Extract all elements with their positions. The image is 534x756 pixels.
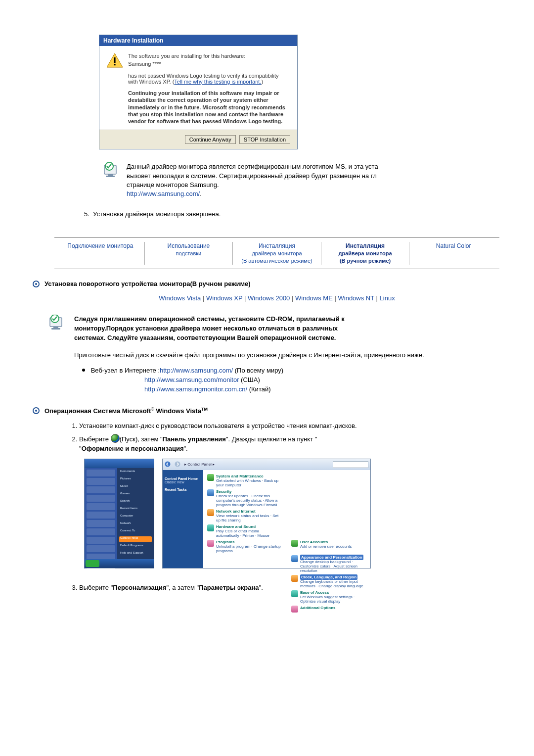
os-links-row: Windows Vista | Windows XP | Windows 200… xyxy=(54,294,499,302)
link-windows-me[interactable]: Windows ME xyxy=(295,294,333,302)
screenshot-start-menu: DocumentsPicturesMusicGamesSearchRecent … xyxy=(84,459,154,568)
bullet-dot-icon xyxy=(82,369,85,372)
forward-icon xyxy=(175,461,180,468)
vista-steps-list: Установите компакт-диск с руководством п… xyxy=(79,422,499,454)
bullet-icon xyxy=(33,407,40,414)
ctrl-panel-appearance-item[interactable]: Appearance and PersonalizationChange des… xyxy=(291,555,366,573)
link-windows-2000[interactable]: Windows 2000 xyxy=(248,294,290,302)
monitor-checkmark-icon xyxy=(49,315,74,343)
vista-screenshots: DocumentsPicturesMusicGamesSearchRecent … xyxy=(84,459,499,568)
warning-icon xyxy=(106,53,123,68)
tab-connect-monitor[interactable]: Подключение монитора xyxy=(56,242,145,265)
samsung-link[interactable]: http://www.samsung.com/ xyxy=(127,190,200,197)
web-link-row: Веб-узел в Интернете :http://www.samsung… xyxy=(82,367,499,374)
svg-rect-2 xyxy=(114,64,115,65)
certification-note: Данный драйвер монитора является сертифи… xyxy=(127,162,499,198)
back-icon xyxy=(165,461,171,468)
link-windows-nt[interactable]: Windows NT xyxy=(338,294,374,302)
svg-rect-1 xyxy=(114,57,115,63)
step-3: Выберите "Персонализация", а затем "Пара… xyxy=(79,583,499,593)
continue-anyway-button[interactable]: Continue Anyway xyxy=(185,135,236,144)
svg-rect-10 xyxy=(53,327,58,328)
svg-point-8 xyxy=(35,283,37,285)
step-5: 5. Установка драйвера монитора завершена… xyxy=(84,210,499,218)
search-input[interactable] xyxy=(333,461,368,468)
section-heading-windows-vista: Операционная Система Microsoft® Windows … xyxy=(33,407,499,415)
dialog-title: Hardware Installation xyxy=(99,35,297,46)
start-orb-icon xyxy=(111,434,120,443)
tell-me-why-link[interactable]: Tell me why this testing is important. xyxy=(174,79,261,85)
step-1: Установите компакт-диск с руководством п… xyxy=(79,422,499,431)
link-samsung-us[interactable]: http://www.samsung.com/monitor xyxy=(144,376,239,383)
link-samsung-cn[interactable]: http://www.samsungmonitor.com.cn/ xyxy=(144,385,247,393)
svg-point-16 xyxy=(175,461,180,467)
section-tabs: Подключение монитора Использованиеподста… xyxy=(54,237,499,269)
tab-use-stand[interactable]: Использованиеподставки xyxy=(145,242,233,265)
link-samsung-world[interactable]: http://www.samsung.com/ xyxy=(160,367,233,374)
monitor-checkmark-icon xyxy=(104,162,124,198)
tab-install-auto[interactable]: Инсталляциядрайвера монитора(В автоматич… xyxy=(233,242,321,265)
prepare-disk-note: Приготовьте чистый диск и скачайте файл … xyxy=(74,351,499,360)
svg-point-15 xyxy=(165,461,171,467)
dialog-text: The software you are installing for this… xyxy=(128,53,289,125)
cd-instruction: Следуя приглашениям операционной системы… xyxy=(74,315,345,343)
svg-point-14 xyxy=(35,410,37,412)
ctrl-panel-appearance-item[interactable]: Clock, Language, and RegionChange keyboa… xyxy=(291,575,366,588)
start-button-icon xyxy=(86,560,99,567)
hardware-installation-dialog: Hardware Installation The software you a… xyxy=(99,35,298,149)
screenshot-control-panel: ▸ Control Panel ▸ Control Panel HomeClas… xyxy=(162,459,371,568)
svg-rect-5 xyxy=(106,176,115,177)
section-heading-manual-install: Установка поворотного устройства монитор… xyxy=(33,280,499,287)
tab-natural-color[interactable]: Natural Color xyxy=(409,242,497,265)
step-2: Выберите (Пуск), затем "Панель управлени… xyxy=(79,434,499,454)
stop-installation-button[interactable]: STOP Installation xyxy=(239,135,290,144)
link-windows-xp[interactable]: Windows XP xyxy=(206,294,242,302)
svg-rect-11 xyxy=(51,328,60,330)
svg-rect-4 xyxy=(108,174,113,176)
bullet-icon xyxy=(33,281,40,287)
link-linux[interactable]: Linux xyxy=(380,294,395,302)
tab-install-manual[interactable]: Инсталляциядрайвера монитора(В ручном ре… xyxy=(321,242,410,265)
link-windows-vista[interactable]: Windows Vista xyxy=(159,294,201,302)
start-menu-control-panel[interactable]: Control Panel xyxy=(119,536,152,542)
vista-steps-list-cont: Выберите "Персонализация", а затем "Пара… xyxy=(79,583,499,593)
